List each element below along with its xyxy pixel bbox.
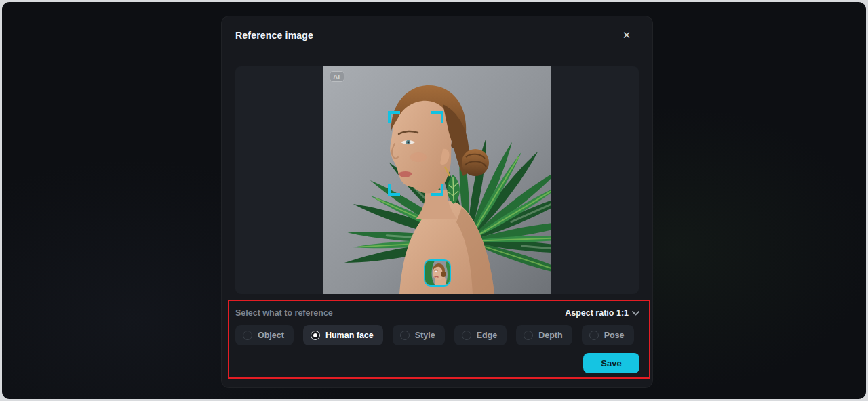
bracket-corner-icon [431, 184, 443, 196]
option-style[interactable]: Style [393, 325, 445, 345]
modal-header: Reference image ✕ [222, 16, 652, 54]
radio-icon [524, 331, 533, 340]
chevron-down-icon [632, 311, 639, 316]
radio-icon [462, 331, 471, 340]
save-button[interactable]: Save [583, 353, 639, 373]
option-depth[interactable]: Depth [516, 325, 572, 345]
reference-image-modal: Reference image ✕ [221, 16, 653, 388]
save-row: Save [583, 353, 639, 373]
panel-top-row: Select what to reference Aspect ratio 1:… [229, 301, 649, 318]
option-edge[interactable]: Edge [454, 325, 507, 345]
option-object[interactable]: Object [235, 325, 294, 345]
close-button[interactable]: ✕ [618, 27, 635, 43]
select-reference-label: Select what to reference [235, 308, 333, 318]
modal-title: Reference image [235, 30, 313, 41]
reference-options-panel: Select what to reference Aspect ratio 1:… [228, 300, 650, 379]
radio-icon [589, 331, 599, 340]
reference-photo: AI [323, 66, 551, 294]
app-backdrop: Reference image ✕ [2, 2, 866, 399]
reference-type-options: Object Human face Style Edge Depth [229, 318, 649, 345]
radio-icon [400, 331, 410, 340]
bracket-corner-icon [431, 111, 443, 123]
face-thumbnail-image [425, 261, 450, 285]
close-icon: ✕ [623, 30, 631, 40]
image-preview-container: AI [235, 66, 639, 294]
aspect-ratio-dropdown[interactable]: Aspect ratio 1:1 [565, 308, 639, 318]
face-thumbnail[interactable] [424, 259, 451, 287]
face-detection-bracket [388, 111, 443, 196]
option-human-face[interactable]: Human face [303, 325, 383, 345]
aspect-ratio-value: Aspect ratio 1:1 [565, 308, 629, 318]
radio-selected-icon [311, 331, 320, 340]
option-pose[interactable]: Pose [582, 325, 634, 345]
ai-badge: AI [330, 71, 344, 82]
radio-icon [243, 331, 252, 340]
bracket-corner-icon [388, 111, 400, 123]
bracket-corner-icon [388, 184, 400, 196]
